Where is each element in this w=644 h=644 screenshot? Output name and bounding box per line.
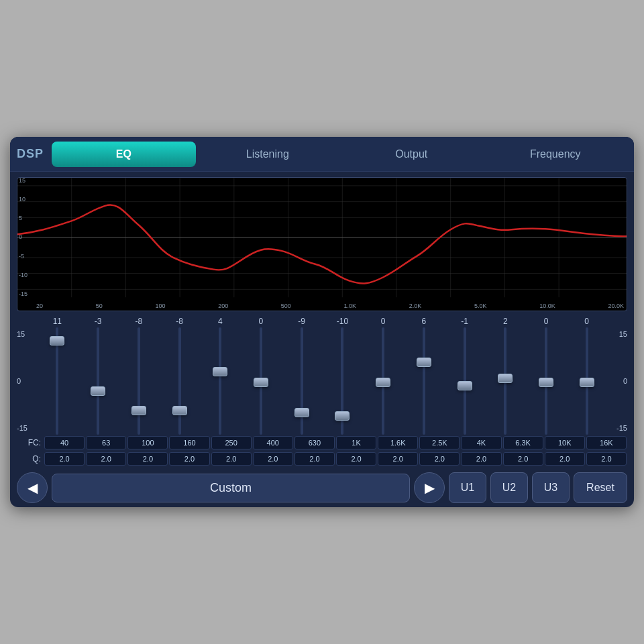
fader-thumb-2[interactable] bbox=[131, 406, 146, 415]
fader-track-7[interactable] bbox=[341, 327, 343, 435]
q-6[interactable]: 2.0 bbox=[294, 452, 335, 466]
fader-track-11[interactable] bbox=[504, 327, 506, 435]
prev-button[interactable]: ◀ bbox=[17, 472, 48, 503]
fader-val-0: 11 bbox=[37, 317, 78, 326]
q-1[interactable]: 2.0 bbox=[86, 452, 126, 466]
q-13[interactable]: 2.0 bbox=[586, 452, 627, 466]
fader-track-5[interactable] bbox=[260, 327, 262, 435]
fader-val-10: -1 bbox=[444, 317, 485, 326]
q-2[interactable]: 2.0 bbox=[127, 452, 168, 466]
q-row: Q: 2.0 2.0 2.0 2.0 2.0 2.0 2.0 2.0 2.0 2… bbox=[17, 452, 627, 466]
fader-track-12[interactable] bbox=[545, 327, 547, 435]
fader-val-5: 0 bbox=[241, 317, 282, 326]
u3-button[interactable]: U3 bbox=[532, 472, 570, 503]
fader-val-1: -3 bbox=[78, 317, 119, 326]
tab-bar: DSP EQ Listening Output Frequency bbox=[10, 137, 634, 172]
tab-listening[interactable]: Listening bbox=[196, 142, 340, 167]
q-10[interactable]: 2.0 bbox=[461, 452, 501, 466]
fader-thumb-1[interactable] bbox=[91, 386, 105, 396]
fc-2[interactable]: 100 bbox=[127, 436, 168, 449]
fader-val-7: -10 bbox=[322, 317, 363, 326]
u1-button[interactable]: U1 bbox=[449, 472, 486, 503]
q-5[interactable]: 2.0 bbox=[253, 452, 293, 466]
fc-7[interactable]: 1K bbox=[336, 436, 376, 449]
app-container: DSP EQ Listening Output Frequency bbox=[10, 137, 634, 507]
fader-thumb-5[interactable] bbox=[254, 378, 268, 387]
fader-values-row: 11 -3 -8 -8 4 0 -9 -10 0 6 -1 2 0 0 bbox=[17, 317, 627, 326]
reset-button[interactable]: Reset bbox=[574, 472, 627, 503]
fader-col-10 bbox=[444, 327, 485, 435]
fader-track-13[interactable] bbox=[586, 327, 588, 435]
fader-col-13 bbox=[566, 327, 607, 435]
fc-10[interactable]: 4K bbox=[461, 436, 501, 449]
fader-thumb-6[interactable] bbox=[294, 408, 309, 417]
fc-6[interactable]: 630 bbox=[294, 436, 335, 449]
fader-col-7 bbox=[322, 327, 363, 435]
fader-val-3: -8 bbox=[159, 317, 200, 326]
fader-val-12: 0 bbox=[526, 317, 567, 326]
fader-val-6: -9 bbox=[281, 317, 322, 326]
q-label: Q: bbox=[17, 454, 41, 464]
fader-thumb-7[interactable] bbox=[335, 411, 350, 421]
fader-col-8 bbox=[363, 327, 404, 435]
fc-12[interactable]: 10K bbox=[545, 436, 585, 449]
fader-col-1 bbox=[78, 327, 119, 435]
fader-track-1[interactable] bbox=[97, 327, 99, 435]
fader-thumb-9[interactable] bbox=[417, 358, 431, 367]
fader-thumb-10[interactable] bbox=[458, 381, 472, 390]
fc-0[interactable]: 40 bbox=[44, 436, 85, 449]
eq-graph: 15 10 5 0 -5 -10 -15 20 50 100 200 500 1… bbox=[17, 177, 627, 311]
u2-button[interactable]: U2 bbox=[490, 472, 528, 503]
fader-thumb-4[interactable] bbox=[213, 367, 227, 376]
fc-8[interactable]: 1.6K bbox=[378, 436, 418, 449]
fader-col-9 bbox=[403, 327, 444, 435]
fc-4[interactable]: 250 bbox=[211, 436, 252, 449]
q-3[interactable]: 2.0 bbox=[169, 452, 209, 466]
next-button[interactable]: ▶ bbox=[414, 472, 445, 503]
fader-thumb-13[interactable] bbox=[580, 378, 594, 387]
fc-13[interactable]: 16K bbox=[586, 436, 627, 449]
fader-thumb-0[interactable] bbox=[50, 336, 64, 345]
q-9[interactable]: 2.0 bbox=[419, 452, 460, 466]
preset-name[interactable]: Custom bbox=[52, 474, 410, 502]
fc-11[interactable]: 6.3K bbox=[503, 436, 543, 449]
fader-col-5 bbox=[241, 327, 282, 435]
q-0[interactable]: 2.0 bbox=[44, 452, 85, 466]
fader-thumb-12[interactable] bbox=[539, 378, 553, 387]
tab-eq[interactable]: EQ bbox=[52, 142, 196, 167]
fader-track-6[interactable] bbox=[301, 327, 303, 435]
tab-output[interactable]: Output bbox=[339, 142, 484, 167]
fc-3[interactable]: 160 bbox=[169, 436, 209, 449]
q-4[interactable]: 2.0 bbox=[211, 452, 252, 466]
fader-thumb-3[interactable] bbox=[172, 406, 187, 415]
fc-9[interactable]: 2.5K bbox=[419, 436, 460, 449]
fader-track-9[interactable] bbox=[423, 327, 425, 435]
tab-frequency[interactable]: Frequency bbox=[484, 142, 628, 167]
fader-track-0[interactable] bbox=[56, 327, 58, 435]
fc-5[interactable]: 400 bbox=[253, 436, 293, 449]
fader-thumb-11[interactable] bbox=[498, 374, 513, 383]
q-12[interactable]: 2.0 bbox=[545, 452, 585, 466]
fader-track-2[interactable] bbox=[138, 327, 140, 435]
fader-col-0 bbox=[37, 327, 78, 435]
fader-track-3[interactable] bbox=[178, 327, 181, 435]
fader-section: 11 -3 -8 -8 4 0 -9 -10 0 6 -1 2 0 0 15 0 bbox=[10, 314, 634, 468]
fader-track-10[interactable] bbox=[464, 327, 466, 435]
fc-row: FC: 40 63 100 160 250 400 630 1K 1.6K 2.… bbox=[17, 436, 627, 449]
q-7[interactable]: 2.0 bbox=[336, 452, 376, 466]
q-8[interactable]: 2.0 bbox=[378, 452, 418, 466]
q-11[interactable]: 2.0 bbox=[503, 452, 543, 466]
fader-col-6 bbox=[281, 327, 322, 435]
fader-scale-left: 15 0 -15 bbox=[17, 327, 37, 435]
faders-row: 15 0 -15 bbox=[17, 327, 627, 435]
fc-label: FC: bbox=[17, 438, 41, 447]
fc-values: 40 63 100 160 250 400 630 1K 1.6K 2.5K 4… bbox=[44, 436, 627, 449]
fader-col-4 bbox=[200, 327, 241, 435]
fader-track-4[interactable] bbox=[219, 327, 221, 435]
q-values: 2.0 2.0 2.0 2.0 2.0 2.0 2.0 2.0 2.0 2.0 … bbox=[44, 452, 627, 466]
fader-col-2 bbox=[118, 327, 159, 435]
bottom-controls: ◀ Custom ▶ U1 U2 U3 Reset bbox=[10, 468, 634, 507]
fc-1[interactable]: 63 bbox=[86, 436, 126, 449]
fader-thumb-8[interactable] bbox=[376, 378, 390, 387]
fader-track-8[interactable] bbox=[382, 327, 384, 435]
